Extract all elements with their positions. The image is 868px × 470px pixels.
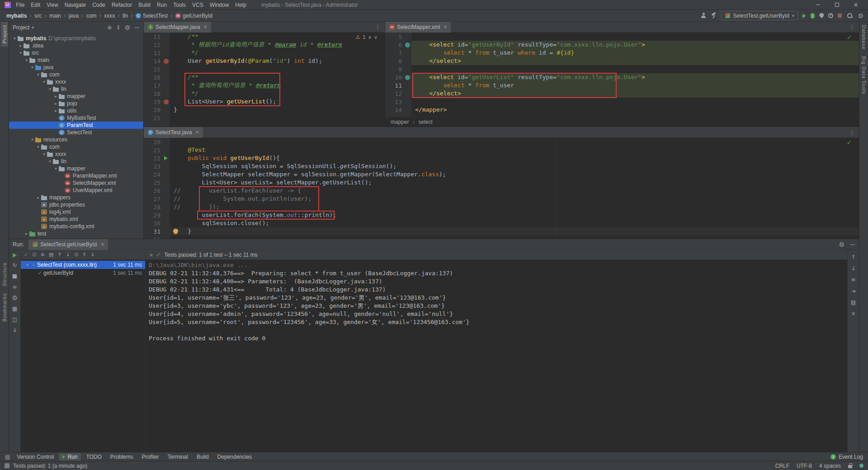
import-test-results-icon[interactable]: ⇑ [82, 252, 86, 258]
myb-teal-icon[interactable] [405, 42, 410, 47]
tree-item[interactable]: ▾resources [9, 136, 143, 143]
toolwindow-button-run[interactable]: Run [59, 453, 81, 461]
tree-item[interactable]: ▾lln [9, 158, 143, 165]
breadcrumb-item[interactable]: mgetUserById [174, 12, 214, 19]
menu-run[interactable]: Run [154, 1, 170, 9]
gutter-line[interactable]: 17 [144, 81, 170, 89]
myb-teal-icon[interactable] [405, 75, 410, 80]
status-4-spaces[interactable]: 4 spaces [819, 463, 841, 469]
run-console[interactable]: D:\Java\JDK\bin\java.exe ...DEBUG 02-21 … [146, 260, 847, 452]
next-failed-test-icon[interactable]: ↓ [66, 252, 70, 258]
expand-collapse-icon[interactable]: ↕ [116, 24, 120, 31]
tree-chevron-icon[interactable]: ▸ [18, 43, 24, 48]
tree-item[interactable]: mParamMapper.xml [9, 172, 143, 179]
breadcrumb-item[interactable]: com [85, 12, 99, 19]
menu-navigate[interactable]: Navigate [61, 1, 89, 9]
clear-all-icon[interactable]: × [851, 310, 855, 317]
tool-button-big-data-tools[interactable]: Big Data Tools [860, 53, 868, 98]
tree-item[interactable]: ▾com [9, 71, 143, 78]
status-utf-8[interactable]: UTF-8 [797, 463, 812, 469]
tree-chevron-icon[interactable]: ▸ [24, 231, 29, 236]
tree-item[interactable]: CSelectTest [9, 129, 143, 136]
scroll-down-icon[interactable]: ↓ [851, 265, 855, 272]
tree-chevron-icon[interactable]: ▾ [41, 80, 47, 84]
tree-item[interactable]: ▾lln [9, 85, 143, 93]
breadcrumb-item[interactable]: lln [121, 12, 130, 19]
gutter-line[interactable]: 10 [385, 73, 411, 81]
event-log-button[interactable]: 1 Event Log [830, 454, 865, 460]
test-history-icon[interactable]: ≡ [12, 284, 17, 290]
gutter-line[interactable]: 12 [144, 41, 170, 49]
tree-chevron-icon[interactable]: ▸ [53, 101, 59, 106]
tree-chevron-icon[interactable]: ▾ [47, 159, 53, 164]
code-area[interactable]: @Test public void getUserById(){ SqlSess… [170, 138, 859, 239]
tool-button-structure[interactable]: Structure [1, 259, 8, 290]
tree-item[interactable]: ▾mapper [9, 165, 143, 172]
gutter-line[interactable]: 8 [385, 57, 411, 65]
toolwindow-button-profiler[interactable]: Profiler [138, 453, 163, 461]
gutter-line[interactable]: 25 [144, 179, 170, 187]
editor-options-icon[interactable]: ⋮ [371, 24, 385, 30]
tree-chevron-icon[interactable]: ▾ [24, 58, 29, 62]
tree-chevron-icon[interactable]: ▾ [41, 152, 47, 156]
next-problem-icon[interactable]: ∨ [374, 34, 377, 40]
gutter-line[interactable]: 31 [144, 227, 170, 235]
tool-button-bookmarks[interactable]: Bookmarks [1, 290, 8, 325]
tree-chevron-icon[interactable]: ▸ [35, 195, 41, 200]
gutter-line[interactable]: 13 [144, 49, 170, 57]
tree-chevron-icon[interactable]: ▾ [29, 137, 35, 142]
tree-item[interactable]: xlog4j.xml [9, 208, 143, 216]
tree-chevron-icon[interactable]: ▸ [53, 94, 59, 99]
rerun-button[interactable] [13, 253, 17, 258]
menu-window[interactable]: Window [207, 1, 232, 9]
menu-vcs[interactable]: VCS [189, 1, 207, 9]
breadcrumb-item[interactable]: main [47, 12, 63, 19]
gutter-line[interactable]: 5 [385, 33, 411, 41]
test-tree-item[interactable]: ▾✓SelectTest (com.xxxx.lln)1 sec 11 ms [21, 261, 145, 269]
menu-code[interactable]: Code [89, 1, 108, 9]
gutter-line[interactable]: 24 [144, 170, 170, 179]
gutter-line[interactable]: 27 [144, 195, 170, 203]
show-ignored-icon[interactable]: ∅ [32, 252, 37, 258]
gutter-line[interactable]: 12 [385, 89, 411, 98]
close-tab-icon[interactable]: × [101, 241, 104, 248]
tree-item[interactable]: #jdbc.properties [9, 201, 143, 208]
tree-chevron-icon[interactable]: ▾ [12, 36, 18, 41]
rerun-failed-tests-icon[interactable]: ↻ [12, 262, 17, 268]
export-test-results-icon[interactable]: ⇓ [90, 252, 94, 258]
gutter-line[interactable]: 29 [144, 211, 170, 219]
prev-problem-icon[interactable]: ∧ [368, 34, 372, 40]
toolwindow-button-terminal[interactable]: Terminal [164, 453, 192, 461]
tree-chevron-icon[interactable]: ▾ [35, 145, 41, 149]
search-everywhere-icon[interactable] [846, 12, 853, 19]
tree-item[interactable]: ▸pojo [9, 100, 143, 107]
run-tab[interactable]: SelectTest.getUserById × [28, 239, 108, 250]
previous-failed-test-icon[interactable]: ↑ [57, 252, 61, 258]
gutter-line[interactable]: 21 [144, 146, 170, 154]
tree-item[interactable]: ▾xxxx [9, 150, 143, 158]
tree-item[interactable]: ▾java [9, 64, 143, 71]
code-area[interactable]: /** * 根据用户id查询用户信息 * @param id * @return… [170, 33, 385, 127]
status-widget-icon[interactable] [5, 463, 9, 468]
gutter-line[interactable]: 18 [144, 89, 170, 98]
tree-item[interactable]: CParamTest [9, 122, 143, 129]
toolwindow-button-dependencies[interactable]: Dependencies [214, 453, 256, 461]
close-tab-icon[interactable]: × [204, 24, 207, 30]
menu-refactor[interactable]: Refactor [108, 1, 135, 9]
scroll-up-icon[interactable]: ↑ [851, 254, 855, 260]
gutter-line[interactable]: 11 [144, 33, 170, 41]
tree-chevron-icon[interactable]: ▾ [24, 263, 30, 267]
test-tree[interactable]: ▾✓SelectTest (com.xxxx.lln)1 sec 11 ms✓g… [21, 260, 145, 452]
soft-wrap-icon[interactable]: ≋ [851, 277, 855, 283]
tab-selectmapper-xml[interactable]: m SelectMapper.xml × [385, 22, 451, 33]
build-project-icon[interactable] [711, 13, 717, 19]
inspection-widget[interactable]: ✓ [847, 34, 852, 41]
intention-bulb-icon[interactable] [173, 229, 178, 234]
panel-settings-icon[interactable]: ⚙ [839, 241, 844, 248]
editor-gutter[interactable]: 1112131415161718192021 [144, 33, 170, 127]
gutter-line[interactable]: 32 [144, 235, 170, 239]
gutter-line[interactable]: 7 [385, 49, 411, 57]
gutter-line[interactable]: 19 [144, 98, 170, 106]
close-button[interactable]: ✕ [846, 0, 865, 9]
tree-item[interactable]: ▾xxxx [9, 78, 143, 85]
